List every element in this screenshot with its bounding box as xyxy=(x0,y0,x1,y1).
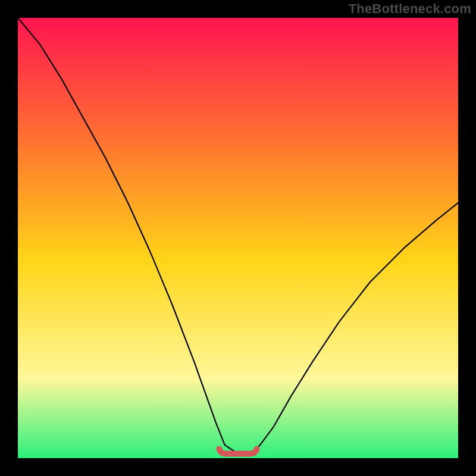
watermark-label: TheBottleneck.com xyxy=(349,1,471,17)
chart-root: TheBottleneck.com xyxy=(0,0,476,476)
gradient-background xyxy=(18,18,458,458)
bottleneck-chart xyxy=(0,0,476,476)
